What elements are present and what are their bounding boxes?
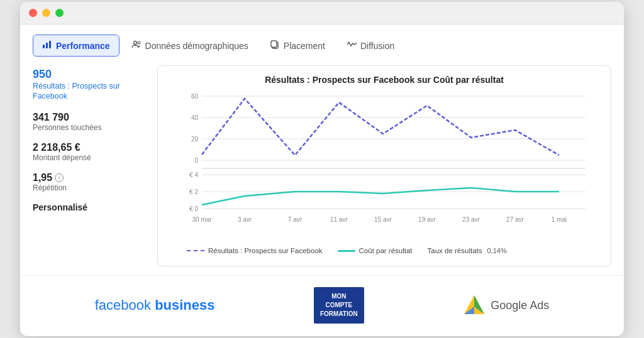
tab-bar: Performance Données démographiques (33, 35, 611, 57)
results-line (202, 99, 559, 155)
svg-text:19 avr: 19 avr (418, 216, 436, 223)
stat-repetition: 1,95 i Répétition (33, 172, 146, 192)
personalized-label: Personnalisé (33, 202, 146, 212)
chart-legend: Résultats : Prospects sur Facebook Coût … (168, 247, 601, 254)
svg-rect-2 (49, 41, 51, 48)
bar-chart-icon (42, 40, 52, 52)
svg-text:27 avr: 27 avr (506, 216, 524, 223)
app-window: Performance Données démographiques (20, 2, 624, 336)
svg-text:60: 60 (191, 93, 199, 100)
chart-svg: 60 40 20 0 (168, 90, 601, 241)
svg-text:€ 2: € 2 (189, 188, 198, 195)
google-ads-text: Google Ads (491, 299, 549, 312)
facebook-logo: facebook business (95, 297, 215, 313)
chart-area: Résultats : Prospects sur Facebook sur C… (157, 65, 611, 266)
business-text: business (155, 297, 214, 313)
close-dot[interactable] (29, 9, 37, 17)
maximize-dot[interactable] (55, 9, 64, 17)
main-content: Performance Données démographiques (20, 25, 624, 266)
mcf-logo: MON COMPTE FORMATION (314, 287, 364, 324)
svg-text:11 avr: 11 avr (330, 216, 348, 223)
tab-demographics[interactable]: Données démographiques (122, 35, 258, 57)
svg-text:15 avr: 15 avr (374, 216, 392, 223)
stat-results-number: 950 (33, 68, 146, 81)
svg-point-4 (138, 41, 140, 44)
stat-spend-number: 2 218,65 € (33, 142, 146, 153)
legend-rate-value: 0,14% (487, 247, 506, 254)
google-ads-icon (463, 294, 486, 317)
google-ads-logo: Google Ads (463, 294, 549, 317)
svg-rect-0 (43, 45, 45, 48)
activity-icon (347, 40, 357, 52)
sidebar: 950 Résultats : Prospects sur Facebook 3… (33, 65, 146, 266)
people-icon (131, 40, 142, 52)
legend-rate-label: Taux de résultats (428, 247, 482, 254)
footer-logos: facebook business MON COMPTE FORMATION G… (20, 275, 624, 336)
mcf-line2: COMPTE (320, 301, 358, 310)
chart-title: Résultats : Prospects sur Facebook sur C… (168, 75, 601, 85)
stat-reach: 341 790 Personnes touchées (33, 112, 146, 132)
tab-placement[interactable]: Placement (260, 35, 335, 57)
legend-results-label: Résultats : Prospects sur Facebook (208, 247, 323, 254)
stat-reach-label: Personnes touchées (33, 123, 146, 132)
main-area: 950 Résultats : Prospects sur Facebook 3… (33, 65, 611, 266)
legend-rate: Taux de résultats 0,14% (428, 247, 507, 254)
legend-results: Résultats : Prospects sur Facebook (187, 247, 323, 254)
stat-spend-label: Montant dépensé (33, 153, 146, 162)
svg-text:40: 40 (191, 114, 199, 121)
stat-spend: 2 218,65 € Montant dépensé (33, 142, 146, 162)
stat-rep-label: Répétition (33, 183, 146, 192)
info-icon[interactable]: i (55, 173, 64, 182)
minimize-dot[interactable] (42, 9, 50, 17)
svg-text:€ 4: € 4 (189, 172, 198, 178)
svg-text:1 mai: 1 mai (552, 216, 567, 223)
svg-text:7 avr: 7 avr (288, 216, 303, 223)
tab-diffusion-label: Diffusion (360, 41, 394, 51)
tab-performance-label: Performance (56, 41, 110, 51)
tab-placement-label: Placement (284, 41, 325, 51)
chart-svg-wrap: 60 40 20 0 (168, 90, 601, 243)
facebook-text: facebook (95, 297, 155, 313)
tab-performance[interactable]: Performance (33, 35, 119, 57)
svg-text:0: 0 (194, 157, 198, 164)
svg-text:€ 0: € 0 (189, 205, 198, 212)
stat-rep-number: 1,95 (33, 172, 52, 183)
svg-rect-1 (46, 43, 48, 48)
svg-text:20: 20 (191, 136, 199, 143)
legend-cost-label: Coût par résultat (359, 247, 413, 254)
tab-diffusion[interactable]: Diffusion (337, 35, 404, 57)
stat-results: 950 Résultats : Prospects sur Facebook (33, 68, 146, 102)
legend-cost-line (338, 250, 355, 252)
legend-cost: Coût par résultat (338, 247, 413, 254)
svg-text:23 avr: 23 avr (462, 216, 480, 223)
titlebar (20, 2, 624, 25)
svg-text:3 avr: 3 avr (238, 216, 252, 223)
svg-rect-6 (271, 41, 277, 47)
svg-text:30 mar: 30 mar (192, 216, 212, 223)
svg-point-3 (133, 41, 136, 45)
stat-reach-number: 341 790 (33, 112, 146, 123)
mcf-line1: MON (320, 292, 358, 301)
cost-line (202, 188, 559, 205)
legend-results-line (187, 250, 204, 251)
mcf-line3: FORMATION (320, 310, 358, 319)
stat-results-label: Résultats : Prospects sur Facebook (33, 81, 146, 102)
tab-demographics-label: Données démographiques (145, 41, 248, 51)
copy-icon (270, 40, 280, 52)
